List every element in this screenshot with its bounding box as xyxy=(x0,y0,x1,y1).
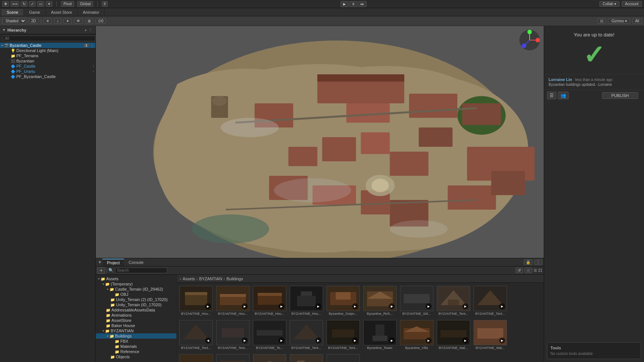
breadcrumb-buildings[interactable]: Buildings xyxy=(227,277,243,281)
tree-temporary[interactable]: ▾ 📁 (Temporary) xyxy=(96,281,176,287)
asset-item-hillbottom-sidew[interactable]: ▶ Hillbottom_Sidewa... xyxy=(325,353,361,362)
account-button[interactable]: Account xyxy=(622,1,642,7)
asset-item-byzantine-hou1[interactable]: ▶ BYZANTINE_Hou... xyxy=(178,284,214,317)
2d-toggle[interactable]: 2D xyxy=(29,18,39,24)
play-icon-18[interactable]: ▶ xyxy=(499,337,505,343)
play-icon-15[interactable]: ▶ xyxy=(389,337,395,343)
pivot-button[interactable]: Pivot xyxy=(61,1,74,7)
move-tool[interactable]: ⟺ xyxy=(10,1,19,7)
rotate-tool[interactable]: ↻ xyxy=(21,1,27,7)
play-icon-5[interactable]: ▶ xyxy=(352,303,358,309)
collab-button[interactable]: Collab ▾ xyxy=(599,1,619,7)
breadcrumb-byzantian[interactable]: BYZANTIAN xyxy=(199,277,222,281)
hierarchy-item-byz-castle[interactable]: ▶ 🔷 PF_Byzantian_Castle xyxy=(0,74,95,79)
tree-reference[interactable]: ▶ 📁 Reference xyxy=(96,349,176,354)
tree-buildings[interactable]: ▾ 📁 Buildings xyxy=(96,333,176,339)
asset-item-byzantine-hou2[interactable]: ▶ BYZANTINE_Hou... xyxy=(215,284,250,317)
play-icon-1[interactable]: ▶ xyxy=(205,303,211,309)
grid-btn[interactable]: ⊞ xyxy=(85,18,93,24)
tab-animator[interactable]: Animator xyxy=(78,9,105,16)
asset-item-byzantine-villa[interactable]: ▶ Byzantine_Villa xyxy=(399,319,434,351)
scene-view[interactable]: X Y Z xyxy=(96,26,544,258)
tree-baker-house[interactable]: ▶ 📁 Baker House xyxy=(96,323,176,328)
shading-select[interactable]: Shaded xyxy=(2,18,26,24)
tab-project[interactable]: Project xyxy=(103,259,124,266)
all-filter[interactable]: All xyxy=(632,18,642,24)
bottom-lock-btn[interactable]: 🔒 xyxy=(524,259,533,265)
tree-addressable[interactable]: ▶ 📁 AddressableAssetsData xyxy=(96,307,176,313)
play-icon-8[interactable]: ▶ xyxy=(462,303,468,309)
hierarchy-item-byzantian[interactable]: ▶ ⬛ Byzantian xyxy=(0,58,95,64)
rect-tool[interactable]: ▭ xyxy=(37,1,44,7)
asset-item-byzantine-tent2[interactable]: ▶ BYZANTINE_Tent... xyxy=(472,284,508,317)
root-menu[interactable]: ⋮ xyxy=(90,43,94,48)
filter-btn[interactable]: ☆ xyxy=(524,268,532,273)
project-add-button[interactable]: + xyxy=(97,267,105,274)
tree-obj[interactable]: ▶ 📁 OBJ xyxy=(96,292,176,297)
hierarchy-search-input[interactable] xyxy=(3,36,95,41)
tree-fbx[interactable]: ▶ 📁 FBX xyxy=(96,339,176,344)
play-icon-12[interactable]: ▶ xyxy=(279,337,284,343)
gizmos-button[interactable]: Gizmos ▾ xyxy=(608,18,630,24)
play-icon-17[interactable]: ▶ xyxy=(462,337,468,343)
custom-tool[interactable]: # xyxy=(102,1,108,7)
asset-item-hillbottom-colum[interactable]: ▶ Hillbottom_Colum... xyxy=(289,353,324,362)
zero-btn[interactable]: ∅0 xyxy=(95,18,106,24)
play-icon-16[interactable]: ▶ xyxy=(426,337,432,343)
play-icon-9[interactable]: ▶ xyxy=(499,303,505,309)
play-button[interactable]: ▶ xyxy=(341,1,349,7)
breadcrumb-assets[interactable]: Assets xyxy=(183,277,195,281)
asset-item-fountain[interactable]: ▶ Fountain_Single xyxy=(252,353,287,362)
play-icon-4[interactable]: ▶ xyxy=(315,303,321,309)
multi-tool[interactable]: ✦ xyxy=(46,1,52,7)
play-icon-13[interactable]: ▶ xyxy=(315,337,321,343)
asset-item-byzantine-tent3[interactable]: ◀ BYZANTINE_Tent... xyxy=(178,319,214,351)
hierarchy-item-terrains[interactable]: ▶ 📁 PF_Terrains xyxy=(0,53,95,58)
asset-item-byzantine-sid[interactable]: ▶ BYZANTINE_Sid... xyxy=(399,284,434,317)
play-icon-11[interactable]: ▶ xyxy=(242,337,248,343)
pause-button[interactable]: ⏸ xyxy=(349,1,358,7)
bottom-settings-btn[interactable]: ⋮ xyxy=(534,259,542,265)
asset-item-byzantine-tent5[interactable]: ▶ BYZANTINE_Tent... xyxy=(289,319,324,351)
tree-animations[interactable]: ▶ 📁 Animations xyxy=(96,313,176,318)
fx-btn[interactable]: ✦ xyxy=(64,18,72,24)
play-icon-7[interactable]: ▶ xyxy=(426,303,432,309)
scene-gizmo[interactable]: X Y Z xyxy=(518,29,541,51)
tree-unity-terrain2[interactable]: ▶ 📁 Unity_Terrain (2) (ID_17020) xyxy=(96,297,176,302)
asset-item-byzantine-tent6[interactable]: ▶ BYZANTINE_Tent... xyxy=(325,319,361,351)
asset-item-byzantine-outpo[interactable]: ▶ Byzantine_Outpo... xyxy=(325,284,361,317)
play-icon-6[interactable]: ▶ xyxy=(389,303,395,309)
tree-assetstore[interactable]: ▶ 📁 AssetStore xyxy=(96,318,176,323)
hierarchy-dropdown-icon[interactable]: ▾ xyxy=(3,28,5,32)
step-button[interactable]: ⏭ xyxy=(358,1,367,7)
play-icon-14[interactable]: ▶ xyxy=(352,337,358,343)
tree-castle-terrain[interactable]: ▾ 📁 Castle_Terrain (ID_29462) xyxy=(96,287,176,292)
asset-item-byzantine-tower[interactable]: ▶ Byzantine_Tower xyxy=(362,319,397,351)
asset-item-byzantine-tent4[interactable]: ▶ BYZANTINE_Tent... xyxy=(215,319,250,351)
tree-byzantian[interactable]: ▾ 📁 BYZANTIAN xyxy=(96,328,176,333)
tree-unity-terrain[interactable]: ▶ 📁 Unity_Terrain (ID_17020) xyxy=(96,302,176,307)
asset-item-byzantine-hou3[interactable]: ▶ BYZANTINE_Hou... xyxy=(252,284,287,317)
asset-item-byzantine-rich[interactable]: ▶ Byzantine_Rich... xyxy=(362,284,397,317)
tab-asset-store[interactable]: Asset Store xyxy=(46,9,78,16)
asset-item-department[interactable]: ▶ Department_of_P... xyxy=(215,353,250,362)
hand-tool[interactable]: ✥ xyxy=(2,1,9,7)
asset-item-byzantine-wal3[interactable]: ▶ BYZANTINE_Wal... xyxy=(178,353,214,362)
tab-console[interactable]: Console xyxy=(124,259,148,266)
play-icon-3[interactable]: ▶ xyxy=(279,303,284,309)
breadcrumb-scroll-left[interactable]: ‹ xyxy=(180,277,181,281)
tree-assets-section[interactable]: ▾ 📁 Assets xyxy=(96,276,176,281)
hierarchy-menu-btn[interactable]: ⋮ xyxy=(88,28,92,32)
collab-list-tab[interactable]: ☰ xyxy=(547,92,556,99)
asset-item-byzantine-hou4[interactable]: ▶ BYZANTINE_Hou... xyxy=(289,284,324,317)
hierarchy-add-btn[interactable]: + xyxy=(85,28,87,32)
hidden-btn[interactable]: 👁 xyxy=(74,18,83,24)
play-icon-2[interactable]: ▶ xyxy=(242,303,248,309)
hierarchy-item-light[interactable]: ▶ 💡 Directional Light (Main) xyxy=(0,48,95,53)
tree-objects[interactable]: ▶ 📁 Objects xyxy=(96,354,176,359)
hierarchy-item-castle[interactable]: ▶ 🔷 PF_Castle › xyxy=(0,64,95,69)
play-icon-10[interactable]: ◀ xyxy=(205,337,211,343)
tab-scene[interactable]: Scene xyxy=(1,9,24,16)
bottom-dropdown[interactable]: ▾ xyxy=(97,259,103,266)
asset-item-byzantine-te[interactable]: ▶ BYZANTINE_Te... xyxy=(252,319,287,351)
